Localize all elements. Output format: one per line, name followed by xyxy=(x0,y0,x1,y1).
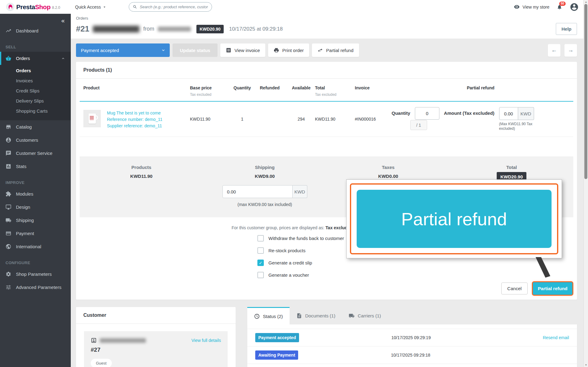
partial-refund-callout-button: Partial refund xyxy=(357,190,552,248)
scrollbar-up-arrow[interactable]: ▲ xyxy=(584,1,588,3)
previous-order-button[interactable]: ← xyxy=(548,44,560,57)
restock-products-checkbox[interactable] xyxy=(257,247,264,254)
sidebar-item-label: Shipping xyxy=(16,218,34,223)
sidebar-subitem-credit-slips[interactable]: Credit Slips xyxy=(0,86,71,96)
restock-products-label: Re-stock products xyxy=(268,248,305,253)
refund-quantity-input[interactable] xyxy=(415,107,439,120)
sidebar-item-payment[interactable]: Payment xyxy=(0,227,71,240)
column-base-price-sub: Tax excluded xyxy=(190,92,225,97)
sidebar-item-label: Dashboard xyxy=(16,28,38,33)
refund-amount-label: Amount (Tax excluded) xyxy=(444,107,495,116)
column-refunded: Refunded xyxy=(260,85,287,97)
chevron-down-icon xyxy=(161,48,166,53)
view-invoice-button[interactable]: View invoice xyxy=(220,43,265,57)
sidebar-item-design[interactable]: Design xyxy=(0,200,71,214)
partial-refund-submit-button[interactable]: Partial refund xyxy=(533,282,572,295)
truck-icon xyxy=(6,217,11,223)
generate-voucher-checkbox[interactable] xyxy=(257,272,264,278)
option-restock-products[interactable]: Re-stock products xyxy=(257,246,352,255)
sidebar-item-customer-service[interactable]: Customer Service xyxy=(0,147,71,160)
quick-access-menu[interactable]: Quick Access xyxy=(75,5,107,9)
sidebar-item-label: Payment xyxy=(16,231,34,236)
summary-products: Products KWD11.90 xyxy=(80,165,203,207)
cancel-button[interactable]: Cancel xyxy=(501,283,528,294)
status-panel: Payment accepted 10/17/2025 09:29:19 Res… xyxy=(247,324,577,367)
sidebar-item-advanced-parameters[interactable]: Advanced Parameters xyxy=(0,281,71,294)
view-full-details-link[interactable]: View full details xyxy=(192,338,221,343)
view-my-store-link[interactable]: View my store xyxy=(514,4,549,10)
sidebar-item-shipping[interactable]: Shipping xyxy=(0,214,71,227)
refund-amount-input[interactable] xyxy=(499,107,518,120)
option-generate-voucher[interactable]: Generate a voucher xyxy=(257,271,352,279)
sidebar-item-catalog[interactable]: Catalog xyxy=(0,120,71,133)
column-available: Available xyxy=(287,85,315,97)
cell-invoice: #IN000016 xyxy=(355,117,392,122)
user-menu-button[interactable] xyxy=(570,2,579,12)
sidebar-subitem-orders[interactable]: Orders xyxy=(0,66,71,76)
sidebar-item-international[interactable]: International xyxy=(0,240,71,253)
sidebar-item-modules[interactable]: Modules xyxy=(0,187,71,200)
sidebar-item-label: Modules xyxy=(16,191,33,197)
portrait-icon xyxy=(91,337,97,343)
option-withdraw-funds[interactable]: Withdraw the funds back to customer xyxy=(257,234,352,242)
withdraw-funds-checkbox[interactable] xyxy=(257,235,264,242)
order-detail-tabs: Status (2) Documents (1) Carriers (1) xyxy=(247,307,577,324)
refund-quantity-control: / 1 xyxy=(415,107,439,125)
monitor-icon xyxy=(6,204,11,210)
status-area: Status (2) Documents (1) Carriers (1) xyxy=(247,307,577,367)
product-supplier-reference-link[interactable]: Supplier reference: demo_11 xyxy=(107,123,162,128)
product-reference-link[interactable]: Reference number: demo_11 xyxy=(107,117,162,122)
tab-carriers[interactable]: Carriers (1) xyxy=(342,307,388,324)
generate-credit-slip-checkbox[interactable]: ✓ xyxy=(257,260,264,266)
summary-total-label: Total xyxy=(450,165,573,170)
quick-access-label: Quick Access xyxy=(75,5,101,9)
global-search[interactable] xyxy=(129,2,212,12)
help-button[interactable]: Help xyxy=(556,23,577,35)
resend-email-link[interactable]: Resend email xyxy=(543,335,569,340)
next-order-button[interactable]: → xyxy=(564,44,577,57)
sidebar-subitem-invoices[interactable]: Invoices xyxy=(0,76,71,86)
scrollbar-down-arrow[interactable]: ▼ xyxy=(584,364,588,366)
status-date: 10/17/2025 09:29:18 xyxy=(298,353,523,358)
update-status-button[interactable]: Update status xyxy=(173,43,218,57)
sidebar-item-dashboard[interactable]: Dashboard xyxy=(0,24,71,37)
sidebar-item-stats[interactable]: Stats xyxy=(0,160,71,173)
chevron-down-icon xyxy=(102,5,107,9)
print-order-button[interactable]: Print order xyxy=(268,43,309,57)
tab-documents[interactable]: Documents (1) xyxy=(290,307,342,324)
sidebar-item-orders[interactable]: Orders xyxy=(0,52,71,65)
notifications-button[interactable]: 50 xyxy=(557,4,562,10)
page-scrollbar[interactable]: ▲ ▼ xyxy=(583,0,588,367)
summary-taxes-label: Taxes xyxy=(327,165,450,170)
sidebar-item-shop-parameters[interactable]: Shop Parameters xyxy=(0,268,71,281)
partial-refund-toolbar-button[interactable]: Partial refund xyxy=(312,43,359,57)
scrollbar-thumb[interactable] xyxy=(584,4,587,179)
tab-status-label: Status (2) xyxy=(263,314,283,319)
customer-identity xyxy=(91,337,146,343)
sidebar-subitem-delivery-slips[interactable]: Delivery Slips xyxy=(0,96,71,106)
sidebar-section-configure: CONFIGURE xyxy=(0,253,71,268)
column-product: Product xyxy=(83,85,190,97)
tab-status[interactable]: Status (2) xyxy=(247,307,290,324)
option-generate-credit-slip[interactable]: ✓ Generate a credit slip xyxy=(257,259,352,267)
customer-name-redacted xyxy=(158,27,191,32)
prestashop-logo[interactable]: PrestaShop 8.2.0 xyxy=(0,3,71,11)
product-name-link[interactable]: Mug The best is yet to come xyxy=(107,110,162,115)
generate-credit-slip-label: Generate a credit slip xyxy=(268,260,312,265)
puzzle-icon xyxy=(6,191,11,197)
summary-shipping-value: KWD9.00 xyxy=(203,174,327,179)
tab-carriers-label: Carriers (1) xyxy=(358,313,381,318)
sidebar-item-customers[interactable]: Customers xyxy=(0,133,71,147)
sidebar-collapse-button[interactable]: « xyxy=(0,14,71,24)
sidebar: « Dashboard SELL Orders Orders Invoices … xyxy=(0,14,71,367)
shipping-refund-input[interactable] xyxy=(222,185,293,198)
cell-partial-refund: Quantity / 1 Amount (Tax excluded) KWD (… xyxy=(392,107,570,131)
sidebar-item-label: Design xyxy=(16,204,30,210)
eye-icon xyxy=(514,4,520,10)
search-input[interactable] xyxy=(140,5,208,9)
refund-quantity-max: / 1 xyxy=(410,120,427,130)
order-status-dropdown[interactable]: Payment accepted xyxy=(76,43,170,57)
tab-documents-label: Documents (1) xyxy=(305,313,335,318)
sidebar-subitem-shopping-carts[interactable]: Shopping Carts xyxy=(0,106,71,116)
swap-arrows-icon xyxy=(317,47,323,53)
